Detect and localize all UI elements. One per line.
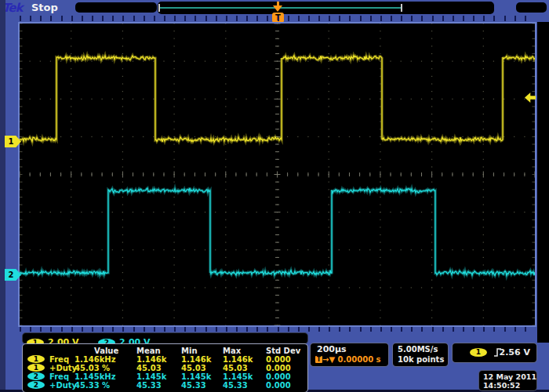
left-bezel — [0, 0, 5, 392]
measurement-value: 45.33 % — [75, 381, 110, 390]
measurement-max: 1.146k — [223, 355, 253, 364]
measurement-std: 0.000 — [266, 364, 291, 372]
measurement-max: 45.03 — [223, 364, 248, 372]
measurement-mean: 1.145k — [136, 372, 166, 381]
trigger-t-icon: T — [315, 356, 322, 363]
datetime-readout: 12 May 2011 14:50:52 — [478, 370, 537, 391]
sample-rate: 5.00MS/s — [398, 345, 438, 354]
measurement-min: 1.146k — [181, 355, 211, 364]
trigger-position-readout: T→▼ 0.00000 s — [315, 355, 381, 364]
col-header-max: Max — [223, 347, 241, 355]
time-value: 14:50:52 — [483, 381, 520, 390]
graticule — [18, 22, 536, 327]
waveform-layer — [20, 24, 535, 325]
header-right-box — [516, 2, 547, 13]
measurement-value: 45.03 % — [75, 364, 110, 372]
ch1-badge: 1 — [27, 355, 45, 363]
measurement-name: +Duty — [49, 364, 77, 372]
bottom-minor-ticks — [20, 327, 535, 332]
acquisition-readout: 5.00MS/s 10k points — [392, 343, 449, 367]
measurement-std: 0.000 — [266, 372, 291, 381]
measurement-min: 45.33 — [181, 381, 206, 390]
measurement-mean: 1.146k — [136, 355, 166, 364]
measurement-name: +Duty — [49, 381, 77, 390]
trigger-readout: 1 2.56 V — [452, 343, 537, 363]
measurement-name: Freq — [49, 355, 69, 364]
col-header-value: Value — [94, 347, 118, 355]
ch1-badge: 1 — [27, 364, 45, 372]
col-header-min: Min — [181, 347, 198, 355]
trigger-position-arrow-icon — [273, 5, 282, 12]
measurement-mean: 45.03 — [136, 364, 162, 372]
channel-scale-readout: 1 2.00 V 2 2.00 V — [22, 332, 308, 344]
record-length: 10k points — [398, 355, 444, 364]
header-status-box — [75, 2, 157, 13]
timebase-scale: 200µs — [317, 344, 347, 354]
right-margin — [537, 22, 549, 343]
measurement-std: 0.000 — [266, 355, 291, 364]
measurement-min: 45.03 — [181, 364, 206, 372]
record-window-right-bracket — [401, 4, 402, 12]
ch2-badge: 2 — [27, 381, 45, 389]
col-header-std: Std Dev — [266, 347, 300, 355]
trigger-arrow-glyph: →▼ — [322, 355, 335, 364]
measurement-row-ch1-freq: 1 Freq 1.146kHz 1.146k 1.146k 1.146k 0.0… — [23, 355, 307, 364]
measurement-table: Value Mean Min Max Std Dev 1 Freq 1.146k… — [22, 343, 308, 392]
record-window-left-bracket — [158, 4, 160, 12]
measurement-row-ch2-duty: 2 +Duty 45.33 % 45.33 45.33 45.33 0.000 — [23, 381, 307, 390]
measurement-name: Freq — [49, 372, 69, 381]
top-minor-ticks — [20, 16, 535, 21]
measurement-min: 1.145k — [181, 372, 211, 381]
measurement-max: 45.33 — [223, 381, 248, 390]
measurement-max: 1.145k — [223, 372, 253, 381]
measurement-value: 1.146kHz — [75, 355, 115, 364]
measurement-std: 0.000 — [266, 381, 291, 390]
measurement-row-ch1-duty: 1 +Duty 45.03 % 45.03 45.03 45.03 0.000 — [23, 364, 307, 372]
trigger-position-value: 0.00000 s — [338, 355, 381, 364]
timebase-readout: 200µs T→▼ 0.00000 s — [310, 343, 389, 367]
date-value: 12 May 2011 — [483, 372, 536, 381]
record-view-bar — [158, 2, 494, 14]
trigger-level-value: 2.56 V — [500, 347, 530, 358]
acquisition-status: Stop — [31, 2, 58, 13]
col-header-mean: Mean — [136, 347, 161, 355]
measurement-mean: 45.33 — [136, 381, 162, 390]
ch2-badge: 2 — [27, 372, 45, 380]
measurement-header-row: Value Mean Min Max Std Dev — [23, 347, 307, 355]
measurement-value: 1.145kHz — [75, 372, 115, 381]
trigger-source-badge: 1 — [470, 348, 487, 357]
measurement-row-ch2-freq: 2 Freq 1.145kHz 1.145k 1.145k 1.145k 0.0… — [23, 372, 307, 381]
oscilloscope-screen: Tek Stop T 1 2 1 2.00 V 2 2.00 V Value — [0, 0, 549, 392]
